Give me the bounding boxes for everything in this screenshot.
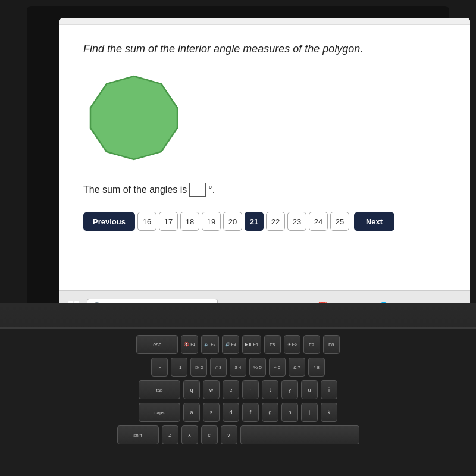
page-24[interactable]: 24	[309, 212, 328, 231]
key-f3[interactable]: 🔊 F3	[222, 335, 239, 354]
page-16[interactable]: 16	[137, 212, 156, 231]
laptop-bezel: Find the sum of the interior angle measu…	[27, 6, 449, 321]
key-q[interactable]: q	[183, 380, 200, 399]
screen-top-margin	[60, 18, 470, 25]
key-3[interactable]: # 3	[210, 358, 227, 377]
key-v[interactable]: v	[221, 425, 237, 444]
page-25[interactable]: 25	[330, 212, 349, 231]
key-j[interactable]: j	[301, 403, 318, 422]
key-e[interactable]: e	[223, 380, 239, 399]
answer-suffix: °.	[208, 184, 215, 195]
key-8[interactable]: * 8	[308, 358, 325, 377]
answer-input-box[interactable]	[189, 183, 206, 197]
question-text: Find the sum of the interior angle measu…	[83, 43, 446, 55]
key-f7[interactable]: F7	[303, 335, 320, 354]
answer-prefix: The sum of the angles is	[83, 184, 187, 195]
key-caps[interactable]: caps	[139, 403, 180, 422]
page-17[interactable]: 17	[159, 212, 178, 231]
page-20[interactable]: 20	[223, 212, 242, 231]
pagination: Previous 16 17 18 19 20 21 22 23 24 25 N…	[83, 212, 446, 231]
home-row: caps a s d f g h j k	[24, 403, 452, 422]
key-s[interactable]: s	[203, 403, 220, 422]
next-button[interactable]: Next	[354, 212, 394, 231]
page-19[interactable]: 19	[202, 212, 221, 231]
key-t[interactable]: t	[262, 380, 278, 399]
key-g[interactable]: g	[262, 403, 278, 422]
laptop-body: esc 🔇 F1 🔈 F2 🔊 F3 ▶⏸ F4 F5 ☀ F6 F7 F8 ~…	[0, 303, 476, 476]
fn-key-row: esc 🔇 F1 🔈 F2 🔊 F3 ▶⏸ F4 F5 ☀ F6 F7 F8	[24, 335, 452, 354]
page-18[interactable]: 18	[180, 212, 199, 231]
polygon-svg	[83, 67, 184, 168]
polygon-container	[83, 67, 446, 171]
key-r[interactable]: r	[242, 380, 259, 399]
key-x[interactable]: x	[181, 425, 198, 444]
key-i[interactable]: i	[321, 380, 337, 399]
keyboard: esc 🔇 F1 🔈 F2 🔊 F3 ▶⏸ F4 F5 ☀ F6 F7 F8 ~…	[0, 329, 476, 454]
key-y[interactable]: y	[281, 380, 298, 399]
key-1[interactable]: ! 1	[171, 358, 187, 377]
previous-button[interactable]: Previous	[83, 212, 135, 231]
key-c[interactable]: c	[201, 425, 218, 444]
bottom-row: shift z x c v	[24, 425, 452, 444]
keyboard-area: esc 🔇 F1 🔈 F2 🔊 F3 ▶⏸ F4 F5 ☀ F6 F7 F8 ~…	[0, 327, 476, 476]
laptop-screen: Find the sum of the interior angle measu…	[60, 18, 470, 321]
key-f5[interactable]: F5	[264, 335, 281, 354]
key-u[interactable]: u	[301, 380, 318, 399]
key-f[interactable]: f	[242, 403, 259, 422]
svg-marker-0	[90, 76, 177, 159]
key-f2[interactable]: 🔈 F2	[201, 335, 218, 354]
key-5[interactable]: % 5	[249, 358, 266, 377]
key-tilde[interactable]: ~	[151, 358, 168, 377]
answer-line: The sum of the angles is °.	[83, 183, 446, 197]
key-f1[interactable]: 🔇 F1	[181, 335, 198, 354]
key-f6[interactable]: ☀ F6	[284, 335, 300, 354]
key-4[interactable]: $ 4	[230, 358, 246, 377]
key-k[interactable]: k	[321, 403, 337, 422]
key-space[interactable]	[240, 425, 359, 444]
key-f8[interactable]: F8	[323, 335, 340, 354]
page-23[interactable]: 23	[287, 212, 306, 231]
key-h[interactable]: h	[281, 403, 298, 422]
key-d[interactable]: d	[223, 403, 239, 422]
page-22[interactable]: 22	[266, 212, 285, 231]
key-z[interactable]: z	[162, 425, 178, 444]
main-content: Find the sum of the interior angle measu…	[60, 25, 470, 321]
key-tab[interactable]: tab	[139, 380, 180, 399]
key-shift[interactable]: shift	[117, 425, 159, 444]
key-w[interactable]: w	[203, 380, 220, 399]
number-key-row: ~ ! 1 @ 2 # 3 $ 4 % 5 ^ 6 & 7 * 8	[24, 358, 452, 377]
key-f4[interactable]: ▶⏸ F4	[242, 335, 261, 354]
key-esc[interactable]: esc	[136, 335, 178, 354]
key-a[interactable]: a	[183, 403, 200, 422]
page-21-active[interactable]: 21	[245, 212, 264, 231]
key-7[interactable]: & 7	[289, 358, 305, 377]
qwerty-row: tab q w e r t y u i	[24, 380, 452, 399]
key-2[interactable]: @ 2	[190, 358, 207, 377]
key-6[interactable]: ^ 6	[269, 358, 286, 377]
